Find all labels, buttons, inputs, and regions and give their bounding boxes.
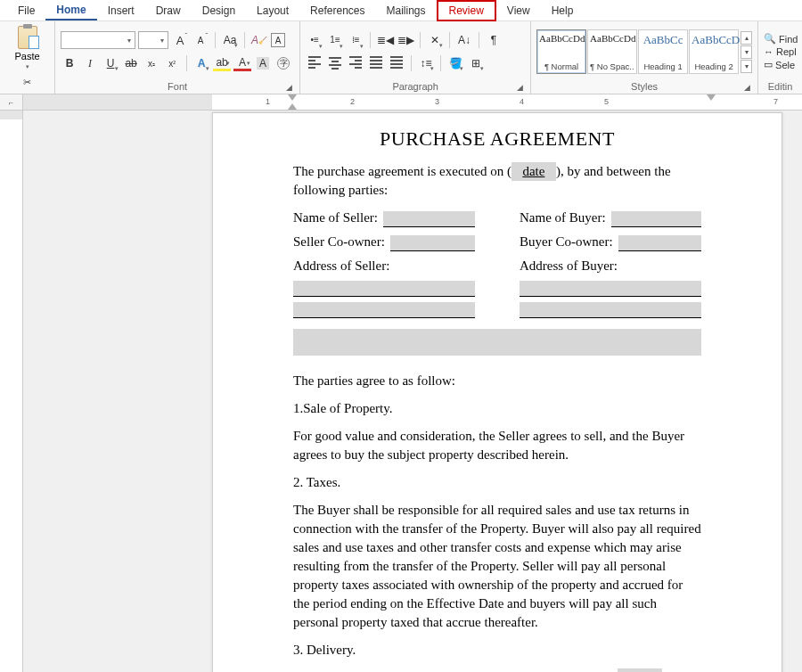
seller-addr-line1[interactable]: [293, 281, 475, 297]
asian-layout-button[interactable]: ✕: [426, 31, 444, 49]
bullets-button[interactable]: •≡: [306, 31, 323, 49]
paste-label: Paste: [14, 51, 39, 61]
buyer-name-field[interactable]: [611, 211, 701, 227]
find-button[interactable]: 🔍Find: [764, 33, 797, 45]
seller-name-label[interactable]: Name of Seller:: [293, 209, 378, 227]
change-case-button[interactable]: Aa: [221, 31, 239, 49]
align-left-button[interactable]: [306, 54, 323, 72]
buyer-co-label[interactable]: Buyer Co-owner:: [520, 233, 613, 251]
tab-design[interactable]: Design: [192, 2, 246, 20]
paste-button[interactable]: Paste ▾: [11, 23, 43, 73]
tab-layout[interactable]: Layout: [246, 2, 299, 20]
tab-mailings[interactable]: Mailings: [375, 2, 436, 20]
tab-file[interactable]: File: [7, 2, 45, 20]
character-border-button[interactable]: A: [271, 33, 285, 47]
decrease-indent-button[interactable]: ≣◀: [376, 31, 394, 49]
delivery-date-field[interactable]: date: [618, 668, 662, 672]
subscript-button[interactable]: x: [143, 54, 160, 72]
styles-more[interactable]: ▾: [741, 60, 752, 73]
style-heading1[interactable]: AaBbCc Heading 1: [638, 29, 688, 74]
sort-button[interactable]: A↓: [455, 31, 473, 49]
bold-button[interactable]: B: [61, 54, 78, 72]
buyer-addr-line2[interactable]: [520, 302, 701, 318]
strikethrough-button[interactable]: ab: [122, 54, 140, 72]
buyer-name-label[interactable]: Name of Buyer:: [520, 209, 606, 227]
multilevel-button[interactable]: ⁞≡: [347, 31, 364, 49]
seller-name-field[interactable]: [383, 211, 475, 227]
right-indent-marker[interactable]: [707, 94, 716, 101]
borders-button[interactable]: ⊞: [467, 54, 485, 72]
document-page[interactable]: PURCHASE AGREEMENT The purchase agreemen…: [212, 112, 782, 672]
styles-gallery[interactable]: AaBbCcDd ¶ Normal AaBbCcDd ¶ No Spac... …: [536, 29, 752, 74]
hanging-indent-marker[interactable]: [288, 103, 297, 110]
highlight-button[interactable]: ab: [213, 55, 231, 71]
ruler-corner[interactable]: ⌐: [0, 94, 23, 111]
tab-insert[interactable]: Insert: [97, 2, 145, 20]
tab-help[interactable]: Help: [541, 2, 585, 20]
char-shading-button[interactable]: A: [254, 54, 272, 72]
doc-title[interactable]: PURCHASE AGREEMENT: [293, 126, 701, 153]
styles-launcher[interactable]: ◢: [744, 83, 750, 92]
seller-addr-line2[interactable]: [293, 302, 475, 318]
tab-references[interactable]: References: [299, 2, 375, 20]
select-button[interactable]: ▭Sele: [764, 59, 797, 70]
paragraph-group-label: Paragraph: [392, 81, 438, 92]
gray-block[interactable]: [293, 329, 701, 356]
styles-scroll-up[interactable]: ▴: [741, 31, 752, 45]
buyer-co-field[interactable]: [618, 235, 701, 251]
align-center-button[interactable]: [326, 54, 344, 72]
tab-review[interactable]: Review: [437, 0, 496, 21]
style-normal[interactable]: AaBbCcDd ¶ Normal: [536, 29, 586, 74]
clear-formatting-button[interactable]: A🧹: [250, 31, 268, 49]
date-field[interactable]: date: [511, 162, 556, 181]
editing-group-label: Editin: [768, 81, 793, 92]
section-3-body[interactable]: Buyer will be entitled to take possessio…: [293, 668, 701, 672]
cut-icon[interactable]: ✂: [21, 76, 34, 88]
show-marks-button[interactable]: ¶: [485, 31, 503, 49]
section-1-body[interactable]: For good value and consideration, the Se…: [293, 427, 701, 464]
font-name-combo[interactable]: ▾: [61, 31, 135, 49]
shading-button[interactable]: 🪣: [446, 54, 464, 72]
font-size-combo[interactable]: ▾: [138, 31, 168, 49]
text-effects-button[interactable]: A: [192, 54, 210, 72]
style-heading2[interactable]: AaBbCcD Heading 2: [689, 29, 739, 74]
superscript-button[interactable]: x: [163, 54, 181, 72]
vertical-ruler[interactable]: [0, 111, 23, 672]
replace-button[interactable]: ↔Repl: [764, 46, 797, 57]
align-right-button[interactable]: [347, 54, 364, 72]
increase-font-button[interactable]: Aˆ: [171, 31, 189, 49]
font-launcher[interactable]: ◢: [286, 83, 292, 92]
italic-button[interactable]: I: [81, 54, 99, 72]
replace-icon: ↔: [764, 46, 773, 57]
seller-co-label[interactable]: Seller Co-owner:: [293, 233, 385, 251]
increase-indent-button[interactable]: ≣▶: [397, 31, 414, 49]
tab-draw[interactable]: Draw: [145, 2, 192, 20]
underline-button[interactable]: U: [102, 54, 119, 72]
section-1-heading[interactable]: 1.Sale of Property.: [293, 399, 701, 418]
paragraph-launcher[interactable]: ◢: [517, 83, 523, 92]
styles-scroll-down[interactable]: ▾: [741, 45, 752, 59]
styles-group-label: Styles: [631, 81, 658, 92]
horizontal-ruler[interactable]: 1 2 3 4 5 7: [23, 94, 802, 111]
buyer-addr-label[interactable]: Address of Buyer:: [520, 258, 618, 273]
section-2-heading[interactable]: 2. Taxes.: [293, 473, 701, 492]
numbering-button[interactable]: 1≡: [326, 31, 344, 49]
tab-home[interactable]: Home: [45, 1, 96, 20]
tab-view[interactable]: View: [496, 2, 541, 20]
justify-button[interactable]: [367, 54, 385, 72]
buyer-addr-line1[interactable]: [520, 281, 701, 297]
agree-line[interactable]: The parties agree to as follow:: [293, 372, 701, 390]
line-spacing-button[interactable]: ↕≡: [417, 54, 435, 72]
font-color-button[interactable]: A: [233, 55, 251, 71]
doc-intro[interactable]: The purchase agreement is executed on ( …: [293, 162, 701, 200]
seller-co-field[interactable]: [390, 235, 475, 251]
style-no-spacing[interactable]: AaBbCcDd ¶ No Spac...: [587, 29, 637, 74]
section-3-heading[interactable]: 3. Delivery.: [293, 641, 701, 660]
seller-addr-label[interactable]: Address of Seller:: [293, 258, 389, 273]
paste-icon: [18, 26, 37, 49]
first-line-indent-marker[interactable]: [288, 94, 297, 101]
section-2-body[interactable]: The Buyer shall be responsible for all r…: [293, 501, 701, 632]
decrease-font-button[interactable]: Aˇ: [192, 31, 209, 49]
distributed-button[interactable]: [388, 54, 405, 72]
enclose-char-button[interactable]: 字: [274, 54, 292, 72]
